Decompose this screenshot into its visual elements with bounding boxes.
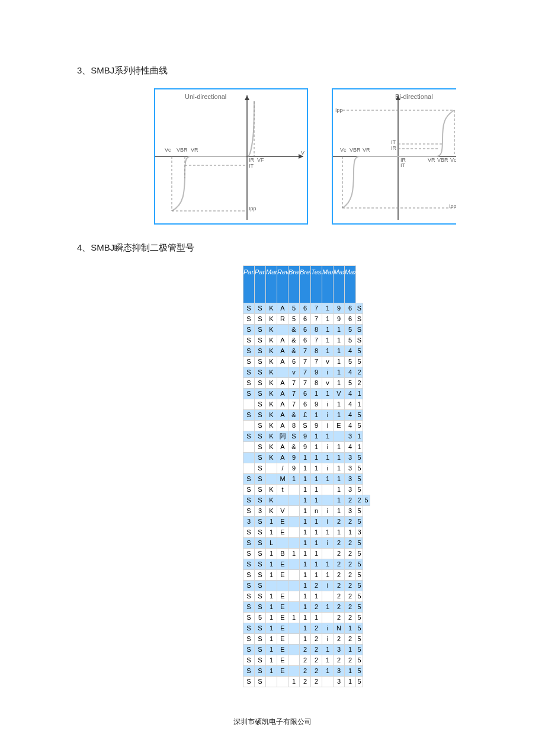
table-cell: 1: [345, 645, 356, 655]
table-cell: K: [266, 399, 277, 410]
table-cell: £: [300, 410, 311, 421]
table-cell: 5: [356, 570, 363, 581]
table-cell: 1: [311, 527, 322, 538]
table-cell: [288, 495, 300, 506]
table-cell: 1: [334, 506, 345, 517]
table-cell: [277, 495, 288, 506]
table-cell: 1: [322, 389, 334, 399]
table-cell: 2: [334, 613, 345, 623]
table-cell: A: [277, 346, 288, 357]
table-cell: 1: [311, 431, 322, 442]
table-cell: [266, 463, 277, 474]
table-cell: 9: [311, 399, 322, 410]
charts-row: Uni-directional V Vc VBR VR IR VF: [154, 88, 468, 225]
table-cell: M: [277, 474, 288, 485]
table-row: SSKA7611V41: [243, 389, 370, 399]
chart1-vr: VR: [191, 147, 198, 153]
table-cell: A: [277, 442, 288, 453]
table-cell: B: [277, 549, 288, 559]
table-cell: [277, 325, 288, 335]
table-cell: 1: [356, 442, 363, 453]
chart1-vc: Vc: [165, 147, 171, 153]
table-row: SS1E 221315: [243, 645, 370, 655]
table-cell: 1: [334, 442, 345, 453]
table-cell: L: [266, 538, 277, 549]
table-cell: 2: [345, 591, 356, 602]
table-cell: 7: [300, 357, 311, 367]
table-cell: 2: [345, 538, 356, 549]
table-cell: 6: [300, 335, 311, 346]
table-cell: 9: [300, 442, 311, 453]
table-cell: 2: [345, 517, 356, 527]
table-cell: 4: [345, 442, 356, 453]
table-cell: 2: [300, 645, 311, 655]
table-cell: 5: [356, 613, 363, 623]
table-cell: 1: [322, 570, 334, 581]
table-cell: 4: [345, 421, 356, 431]
table-cell: 6: [300, 303, 311, 314]
table-cell: S: [255, 463, 266, 474]
table-cell: S: [300, 421, 311, 431]
table-cell: S: [243, 474, 255, 485]
table-cell: 1: [300, 463, 311, 474]
table-cell: [277, 677, 288, 687]
table-cell: K: [266, 325, 277, 335]
table-cell: S: [255, 645, 266, 655]
table-cell: 1: [300, 602, 311, 613]
table-cell: 1: [288, 549, 300, 559]
table-cell: 1: [266, 602, 277, 613]
col-header-0: Part Number Uni: [243, 266, 255, 303]
table-cell: i: [322, 581, 334, 591]
table-cell: 7: [288, 399, 300, 410]
table-cell: S: [243, 623, 255, 634]
table-cell: S: [243, 314, 255, 325]
chart-uni-directional: Uni-directional V Vc VBR VR IR VF: [154, 88, 308, 225]
table-cell: 1: [266, 591, 277, 602]
table-cell: [322, 591, 334, 602]
table-cell: 1: [266, 517, 277, 527]
chart2-ipp-bot: Ipp: [449, 203, 456, 209]
table-cell: S: [356, 335, 363, 346]
table-cell: S: [255, 527, 266, 538]
table-cell: 2: [345, 495, 356, 506]
table-cell: 2: [334, 602, 345, 613]
table-cell: i: [322, 410, 334, 421]
table-cell: A: [277, 357, 288, 367]
table-cell: S: [255, 346, 266, 357]
table-cell: S: [243, 357, 255, 367]
table-cell: 5: [356, 634, 363, 645]
table-cell: 1: [322, 346, 334, 357]
col-header-5: Breakdown Voltage VBR Max: [300, 266, 311, 303]
table-cell: 7: [311, 335, 322, 346]
table-cell: 1: [322, 527, 334, 538]
table-cell: S: [243, 666, 255, 677]
table-cell: 1: [300, 591, 311, 602]
table-cell: S: [255, 378, 266, 389]
table-cell: 5: [356, 602, 363, 613]
table-cell: 9: [311, 421, 322, 431]
table-cell: 1: [266, 549, 277, 559]
table-cell: S: [243, 591, 255, 602]
table-cell: 1: [345, 623, 356, 634]
table-cell: [243, 421, 255, 431]
col-header-1: Part Number Bi: [255, 266, 266, 303]
table-cell: E: [277, 602, 288, 613]
table-cell: 5: [356, 623, 363, 634]
table-cell: 2: [300, 666, 311, 677]
table-cell: 1: [322, 314, 334, 325]
chart2-vc-r: Vc: [450, 157, 456, 163]
table-cell: 2: [345, 559, 356, 570]
table-cell: 7: [311, 314, 322, 325]
chart1-ir: IR: [249, 157, 254, 163]
table-row: SSKA677v155: [243, 357, 370, 367]
table-cell: 2: [345, 549, 356, 559]
chart-bi-directional: Bi-directional Ipp Vc VBR VR IT I: [332, 88, 456, 225]
table-cell: R: [277, 314, 288, 325]
table-cell: S: [255, 367, 266, 378]
chart2-vr-l: VR: [363, 147, 370, 153]
table-cell: 1: [300, 474, 311, 485]
table-cell: i: [322, 517, 334, 527]
table-cell: S: [255, 517, 266, 527]
table-cell: 3: [334, 677, 345, 687]
table-cell: v: [288, 367, 300, 378]
